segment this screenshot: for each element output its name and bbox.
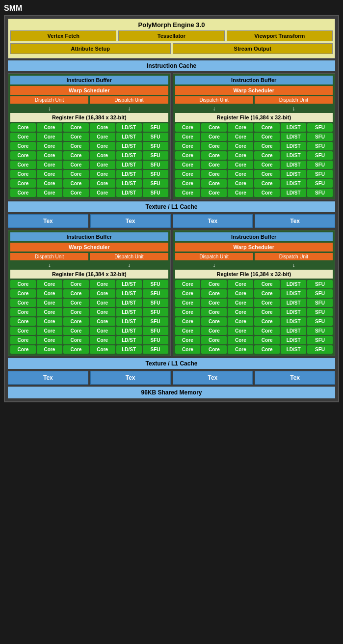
sfu-cell: SFU	[307, 327, 333, 335]
sfu-cell: SFU	[143, 345, 168, 354]
core-cell: Core	[10, 133, 36, 141]
ldst-cell: LD/ST	[281, 151, 306, 160]
arrow1-left-bot: ↓	[10, 262, 88, 269]
core-cell: Core	[254, 151, 280, 160]
reg-file-left-top: Register File (16,384 x 32-bit)	[10, 113, 168, 122]
core-cell: Core	[201, 151, 227, 160]
texture-cache-top: Texture / L1 Cache	[8, 201, 335, 212]
core-cell: Core	[37, 189, 62, 197]
sfu-cell: SFU	[307, 345, 333, 354]
arrow1-right-top: ↓	[175, 105, 253, 112]
core-cell: Core	[201, 161, 227, 169]
core-cell: Core	[37, 280, 62, 288]
stream-output: Stream Output	[173, 43, 333, 54]
core-cell: Core	[37, 142, 62, 150]
core-cell: Core	[175, 327, 201, 335]
core-cell: Core	[63, 327, 89, 335]
arrow2-right-top: ↓	[255, 105, 333, 112]
core-cell: Core	[175, 151, 201, 160]
sfu-cell: SFU	[143, 123, 168, 132]
sfu-cell: SFU	[143, 189, 168, 197]
sfu-cell: SFU	[143, 289, 168, 298]
core-cell: Core	[63, 336, 89, 344]
sfu-cell: SFU	[307, 123, 333, 132]
core-cell: Core	[254, 142, 280, 150]
outer-container: PolyMorph Engine 3.0 Vertex Fetch Tessel…	[4, 15, 339, 402]
ldst-cell: LD/ST	[116, 317, 142, 326]
arrow1-right-bot: ↓	[175, 262, 253, 269]
ldst-cell: LD/ST	[281, 170, 306, 178]
core-cell: Core	[63, 123, 89, 132]
core-cell: Core	[175, 317, 201, 326]
tex-box-3: Tex	[173, 214, 253, 228]
ldst-cell: LD/ST	[116, 336, 142, 344]
core-cell: Core	[228, 317, 253, 326]
tex-box-4: Tex	[255, 214, 335, 228]
core-cell: Core	[228, 336, 253, 344]
core-cell: Core	[10, 161, 36, 169]
core-cell: Core	[10, 189, 36, 197]
reg-file-right-top: Register File (16,384 x 32-bit)	[175, 113, 333, 122]
sfu-cell: SFU	[143, 142, 168, 150]
core-cell: Core	[201, 327, 227, 335]
core-cell: Core	[63, 179, 89, 188]
sfu-cell: SFU	[307, 289, 333, 298]
ldst-cell: LD/ST	[116, 299, 142, 307]
core-cell: Core	[37, 123, 62, 132]
core-cell: Core	[10, 289, 36, 298]
ldst-cell: LD/ST	[116, 280, 142, 288]
core-cell: Core	[228, 280, 253, 288]
core-cell: Core	[10, 308, 36, 316]
core-cell: Core	[201, 133, 227, 141]
core-cell: Core	[63, 280, 89, 288]
dispatch1-left-top: Dispatch Unit	[10, 96, 88, 104]
core-cell: Core	[254, 161, 280, 169]
tex-box-1: Tex	[8, 214, 88, 228]
core-cell: Core	[37, 336, 62, 344]
sfu-cell: SFU	[307, 161, 333, 169]
core-cell: Core	[201, 336, 227, 344]
polymorph-title: PolyMorph Engine 3.0	[10, 21, 333, 28]
warp-sched-left-bot: Warp Scheduler	[10, 243, 168, 252]
core-cell: Core	[175, 308, 201, 316]
sfu-cell: SFU	[307, 308, 333, 316]
ldst-cell: LD/ST	[281, 345, 306, 354]
warp-sched-left-top: Warp Scheduler	[10, 86, 168, 95]
core-cell: Core	[63, 308, 89, 316]
core-cell: Core	[10, 280, 36, 288]
sfu-cell: SFU	[143, 317, 168, 326]
ldst-cell: LD/ST	[281, 189, 306, 197]
ldst-cell: LD/ST	[281, 142, 306, 150]
core-cell: Core	[201, 170, 227, 178]
core-cell: Core	[10, 317, 36, 326]
ldst-cell: LD/ST	[281, 161, 306, 169]
core-cell: Core	[90, 189, 115, 197]
core-cell: Core	[228, 179, 253, 188]
core-cell: Core	[37, 151, 62, 160]
arrow1-left-top: ↓	[10, 105, 88, 112]
core-cell: Core	[90, 317, 115, 326]
tex-box-8: Tex	[255, 371, 335, 385]
ldst-cell: LD/ST	[116, 179, 142, 188]
warp-sched-right-bot: Warp Scheduler	[175, 243, 333, 252]
dispatch2-left-bot: Dispatch Unit	[90, 253, 168, 260]
right-half-bottom: Instruction Buffer Warp Scheduler Dispat…	[173, 230, 336, 356]
core-cell: Core	[90, 299, 115, 307]
core-cell: Core	[37, 299, 62, 307]
core-cell: Core	[201, 345, 227, 354]
core-cell: Core	[63, 170, 89, 178]
core-cell: Core	[254, 289, 280, 298]
core-cell: Core	[228, 133, 253, 141]
core-cell: Core	[90, 289, 115, 298]
core-cell: Core	[254, 170, 280, 178]
core-cell: Core	[201, 280, 227, 288]
core-cell: Core	[90, 280, 115, 288]
core-cell: Core	[175, 123, 201, 132]
sfu-cell: SFU	[307, 280, 333, 288]
sfu-cell: SFU	[307, 336, 333, 344]
arrow2-left-top: ↓	[90, 105, 168, 112]
sfu-cell: SFU	[143, 179, 168, 188]
dispatch2-right-top: Dispatch Unit	[255, 96, 333, 104]
core-cell: Core	[63, 142, 89, 150]
attribute-setup: Attribute Setup	[10, 43, 171, 54]
